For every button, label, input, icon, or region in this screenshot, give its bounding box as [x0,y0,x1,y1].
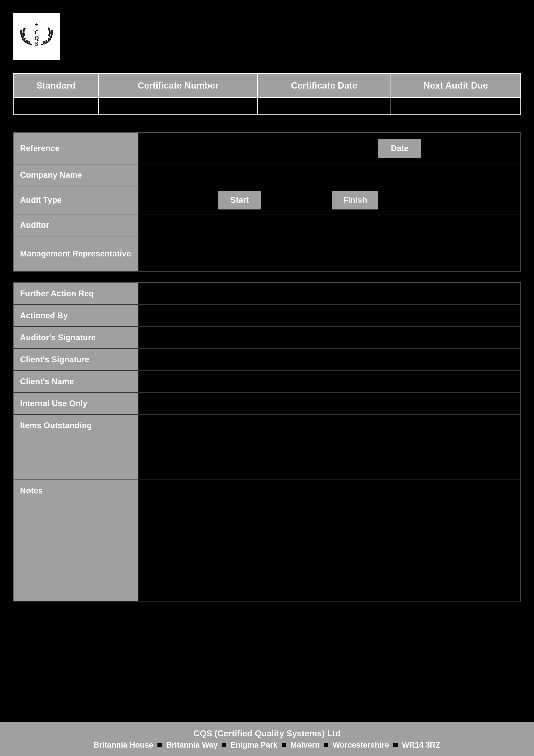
footer-address-6: WR14 3RZ [402,741,440,749]
svg-text:Q: Q [35,35,39,41]
start-badge: Start [218,191,261,209]
footer-address: Britannia House Britannia Way Enigma Par… [9,741,525,749]
notes-row: Notes [13,480,521,601]
clients-name-value[interactable] [139,371,521,392]
form-group-2: Further Action Req Actioned By Auditor's… [13,282,521,602]
auditor-value[interactable] [139,214,521,236]
internal-use-row: Internal Use Only [13,393,521,415]
svg-text:C: C [35,29,39,35]
company-name-label: Company Name [13,164,139,186]
items-outstanding-value[interactable] [139,415,521,479]
audit-type-label: Audit Type [13,186,139,214]
certificate-number-header: Certificate Number [99,74,258,97]
standards-table: Standard Certificate Number Certificate … [13,73,521,115]
actioned-by-value[interactable] [139,305,521,326]
auditor-label: Auditor [13,214,139,236]
company-name-row: Company Name [13,164,521,186]
footer-address-1: Britannia House [94,741,153,749]
certificate-date-value[interactable] [258,97,391,115]
form-group-1: Reference Date Company Name Audit Type S… [13,132,521,272]
items-outstanding-row: Items Outstanding [13,415,521,480]
logo-wreath-icon: C Q S [17,17,56,56]
footer-bullet-1 [158,743,162,747]
reference-label: Reference [13,133,139,164]
clients-name-row: Client's Name [13,371,521,393]
footer-address-2: Britannia Way [166,741,217,749]
footer-address-3: Enigma Park [231,741,277,749]
audit-type-value[interactable]: Start Finish [139,186,521,214]
footer-bullet-3 [282,743,286,747]
next-audit-due-header: Next Audit Due [391,74,521,97]
company-name-value[interactable] [139,164,521,186]
mgmt-rep-value[interactable] [139,236,521,271]
clients-sig-row: Client's Signature [13,349,521,371]
clients-name-label: Client's Name [13,371,139,392]
footer-bullet-5 [393,743,398,747]
further-action-row: Further Action Req [13,283,521,305]
clients-sig-value[interactable] [139,349,521,370]
next-audit-due-value[interactable] [391,97,521,115]
notes-label: Notes [13,480,139,601]
auditor-sig-label: Auditor's Signature [13,327,139,348]
auditor-row: Auditor [13,214,521,236]
mgmt-rep-row: Management Representative [13,236,521,271]
logo-box: C Q S [13,13,60,60]
logo-inner: C Q S [16,16,57,57]
auditor-sig-value[interactable] [139,327,521,348]
items-outstanding-label: Items Outstanding [13,415,139,479]
svg-text:S: S [35,41,38,47]
auditor-sig-row: Auditor's Signature [13,327,521,349]
clients-sig-label: Client's Signature [13,349,139,370]
date-badge: Date [378,139,421,158]
footer-address-5: Worcestershire [333,741,389,749]
standard-value[interactable] [13,97,99,115]
internal-use-label: Internal Use Only [13,393,139,414]
footer-bullet-4 [324,743,328,747]
reference-value[interactable]: Date [139,133,521,164]
mgmt-rep-label: Management Representative [13,236,139,271]
audit-type-row: Audit Type Start Finish [13,186,521,214]
page-container: C Q S Standard Certificate Number Certif… [0,0,534,756]
logo-area: C Q S [13,13,521,60]
actioned-by-row: Actioned By [13,305,521,327]
internal-use-value[interactable] [139,393,521,414]
footer-company-name: CQS (Certified Quality Systems) Ltd [9,729,525,738]
further-action-label: Further Action Req [13,283,139,304]
footer-address-4: Malvern [291,741,320,749]
standard-header: Standard [13,74,99,97]
finish-badge: Finish [332,191,378,209]
reference-row: Reference Date [13,133,521,164]
further-action-value[interactable] [139,283,521,304]
footer-bullet-2 [222,743,226,747]
footer: CQS (Certified Quality Systems) Ltd Brit… [0,722,534,756]
actioned-by-label: Actioned By [13,305,139,326]
notes-value[interactable] [139,480,521,601]
certificate-number-value[interactable] [99,97,258,115]
certificate-date-header: Certificate Date [258,74,391,97]
